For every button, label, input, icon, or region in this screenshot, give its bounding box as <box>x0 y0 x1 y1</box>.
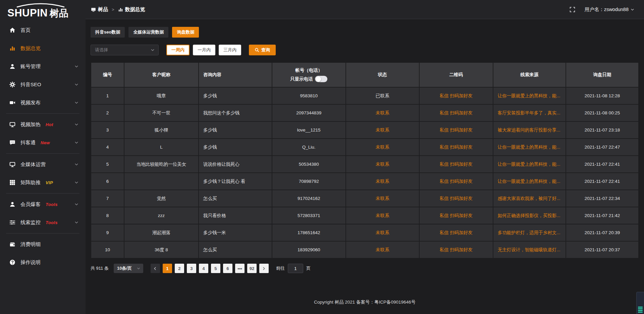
cell-source-link[interactable]: 客厅安装投影半年多了，真实... <box>493 105 566 121</box>
cell-source-link[interactable]: 让你一眼就爱上的黑科技，能... <box>493 173 566 190</box>
cell-date: 2021-11-07 22:47 <box>566 139 638 155</box>
tab-2[interactable]: 询盘数据 <box>172 27 199 38</box>
sidebar-item-user[interactable]: 账号管理 <box>0 57 86 75</box>
page-button-2[interactable]: 2 <box>175 264 184 273</box>
next-page-button[interactable] <box>259 264 269 273</box>
page-size-select[interactable]: 10条/页 <box>114 264 143 273</box>
page-number-buttons: 123456•••92 <box>163 264 259 273</box>
cell-source-link[interactable]: 感谢大家喜欢我家，被问了好... <box>493 190 566 207</box>
inquiry-table-wrap: 编号客户昵称咨询内容帐号（电话）只显示电话状态二维码线索来源询盘日期 1哦章多少… <box>91 62 639 259</box>
prev-page-button[interactable] <box>151 264 160 273</box>
cell-account: 917024162 <box>272 190 345 207</box>
cell-id: 9 <box>91 224 124 241</box>
range-button-2[interactable]: 三月内 <box>219 45 241 55</box>
sidebar-item-grid[interactable]: 矩阵助推VIP <box>0 173 86 192</box>
cell-inquiry: 多少钱 <box>199 122 272 138</box>
chevron-left-icon <box>153 266 157 271</box>
breadcrumb-item-current[interactable]: 数据总览 <box>118 6 145 13</box>
cell-qr-links[interactable]: 私信 扫码加好友 <box>420 242 493 258</box>
cell-qr-links[interactable]: 私信 扫码加好友 <box>420 156 493 172</box>
sidebar-item-chart[interactable]: 数据总览 <box>0 39 86 57</box>
cell-account: love__1215 <box>272 122 345 138</box>
user-menu[interactable]: 用户名： zswodun88 <box>585 6 635 13</box>
pagination: 共 911 条 10条/页 123456•••92 前往 页 <box>91 264 639 273</box>
floating-widget[interactable] <box>636 292 644 314</box>
cell-status: 已联系 <box>346 88 419 104</box>
cell-inquiry: 我只看价格 <box>199 207 272 224</box>
cell-source-link[interactable]: 让你一眼就爱上的黑科技，能... <box>493 88 566 104</box>
cell-inquiry: 怎么买 <box>199 190 272 207</box>
cell-qr-links[interactable]: 私信 扫码加好友 <box>420 88 493 104</box>
cell-source-link[interactable]: 让你一眼就爱上的黑科技，能... <box>493 156 566 172</box>
sidebar-item-chat[interactable]: 抖客通New <box>0 134 86 152</box>
table-row: 1哦章多少钱9583810已联系私信 扫码加好友让你一眼就爱上的黑科技，能...… <box>91 88 638 104</box>
sidebar-item-home[interactable]: 首页 <box>0 21 86 39</box>
tab-0[interactable]: 抖音seo数据 <box>91 27 125 38</box>
sidebar-item-question[interactable]: 操作说明 <box>0 253 86 271</box>
page-button-5[interactable]: 5 <box>211 264 220 273</box>
cell-id: 10 <box>91 242 124 258</box>
cell-qr-links[interactable]: 私信 扫码加好友 <box>420 173 493 190</box>
cell-qr-links[interactable]: 私信 扫码加好友 <box>420 122 493 138</box>
sidebar-item-sliders[interactable]: 线索监控Tools <box>0 213 86 231</box>
screen-mini-icon <box>91 7 96 12</box>
app-logo: SHUPIN 树品 <box>0 0 86 19</box>
cell-status: 未联系 <box>346 190 419 207</box>
range-button-0[interactable]: 一周内 <box>166 45 190 55</box>
cell-id: 2 <box>91 105 124 121</box>
cell-date: 2021-11-07 22:41 <box>566 156 638 172</box>
cell-qr-links[interactable]: 私信 扫码加好友 <box>420 139 493 155</box>
cell-account: 50534380 <box>272 156 345 172</box>
home-icon <box>9 27 15 33</box>
search-button[interactable]: 查询 <box>249 45 276 55</box>
sidebar-item-member[interactable]: 会员爆客Tools <box>0 195 86 213</box>
cell-source-link[interactable]: 无主灯设计，智能磁吸轨道灯... <box>493 242 566 258</box>
cell-qr-links[interactable]: 私信 扫码加好友 <box>420 224 493 241</box>
cell-status: 未联系 <box>346 207 419 224</box>
wallet-icon <box>9 241 15 247</box>
page-ellipsis-button[interactable]: ••• <box>235 264 245 273</box>
account-select[interactable]: 请选择 <box>91 45 159 55</box>
page-button-6[interactable]: 6 <box>223 264 232 273</box>
breadcrumb-item-home[interactable]: 树品 <box>91 6 108 13</box>
sidebar-item-monitor[interactable]: 全媒体运营 <box>0 155 86 173</box>
sidebar-item-video[interactable]: 视频发布 <box>0 94 86 112</box>
fullscreen-icon[interactable] <box>570 7 575 12</box>
cell-source-link[interactable]: 让你一眼就爱上的黑科技，能... <box>493 139 566 155</box>
cell-nickname: 觉然 <box>124 190 198 207</box>
range-button-1[interactable]: 一月内 <box>193 45 215 55</box>
page-button-4[interactable]: 4 <box>199 264 208 273</box>
cell-qr-links[interactable]: 私信 扫码加好友 <box>420 207 493 224</box>
page-button-3[interactable]: 3 <box>187 264 196 273</box>
page-button-92[interactable]: 92 <box>247 264 257 273</box>
cell-inquiry: 多少钱 <box>199 139 272 155</box>
sidebar-item-label: 数据总览 <box>20 45 41 52</box>
sidebar-item-label: 账号管理 <box>20 63 41 70</box>
phone-only-toggle[interactable] <box>315 76 327 82</box>
cell-source-link[interactable]: 多功能护栏灯，适用于乡村文... <box>493 224 566 241</box>
cell-status: 未联系 <box>346 224 419 241</box>
page-jump: 前往 页 <box>276 264 311 273</box>
username: zswodun88 <box>604 7 629 12</box>
main-area: 树品 > 数据总览 用户名： zswodun88 抖音seo数据全媒体运营数据询… <box>86 0 644 314</box>
page-button-1[interactable]: 1 <box>163 264 172 273</box>
chevron-down-icon <box>74 162 79 167</box>
cell-inquiry: 怎么买 <box>199 242 272 258</box>
cell-date: 2021-11-07 21:42 <box>566 207 638 224</box>
tab-1[interactable]: 全媒体运营数据 <box>128 27 168 38</box>
cell-source-link[interactable]: 被大家追着问的客厅投影分享... <box>493 122 566 138</box>
table-row: 6多少钱？让我死心 看70898792未联系私信 扫码加好友让你一眼就爱上的黑科… <box>91 173 638 190</box>
sidebar-item-gear[interactable]: 抖音SEO <box>0 75 86 94</box>
column-header-2: 咨询内容 <box>199 63 272 87</box>
cell-qr-links[interactable]: 私信 扫码加好友 <box>420 190 493 207</box>
jump-page-input[interactable] <box>288 264 303 273</box>
sidebar-item-screen[interactable]: 视频加热Hot <box>0 115 86 134</box>
sidebar-item-wallet[interactable]: 消费明细 <box>0 235 86 253</box>
cell-source-link[interactable]: 如何正确选择投影仪，买投影... <box>493 207 566 224</box>
sidebar-item-label: 会员爆客 <box>20 201 41 208</box>
cell-account: Q_Liu. <box>272 139 345 155</box>
cell-qr-links[interactable]: 私信 扫码加好友 <box>420 105 493 121</box>
table-row: 1036度 8怎么买183929060未联系私信 扫码加好友无主灯设计，智能磁吸… <box>91 242 638 258</box>
cell-account: 572803371 <box>272 207 345 224</box>
badge-hot: Hot <box>46 122 53 127</box>
